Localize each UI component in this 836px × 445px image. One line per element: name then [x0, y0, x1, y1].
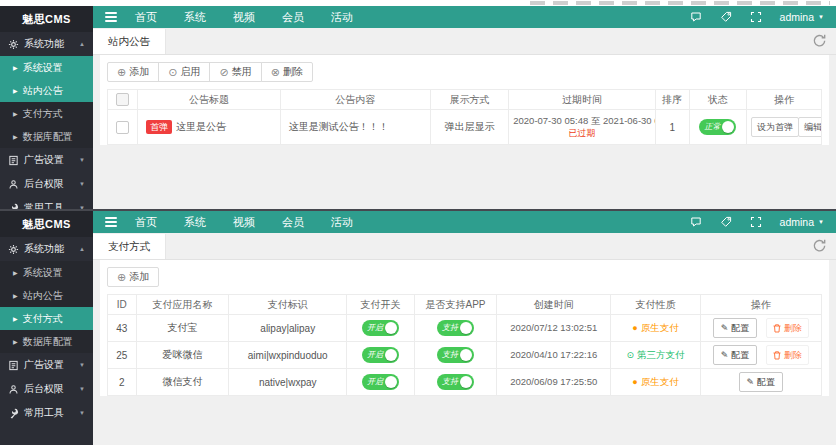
- switch-toggle[interactable]: 开启: [362, 347, 399, 363]
- fullscreen-icon[interactable]: [750, 11, 762, 23]
- config-button[interactable]: ✎配置: [713, 345, 758, 365]
- select-all-checkbox[interactable]: [116, 93, 129, 106]
- sidebar-item-database[interactable]: ▶数据库配置: [0, 125, 93, 148]
- user-dropdown[interactable]: admina ▼: [780, 11, 824, 23]
- switch-toggle[interactable]: 开启: [362, 374, 399, 390]
- payment-name: 微信支付: [136, 369, 229, 396]
- payment-id: 25: [108, 342, 137, 369]
- dot-icon: ●: [632, 378, 637, 387]
- tab-payments[interactable]: 支付方式: [93, 234, 166, 259]
- hamburger-icon[interactable]: [105, 215, 117, 229]
- hamburger-icon[interactable]: [105, 10, 117, 24]
- created-time: 2020/07/12 13:02:51: [510, 322, 597, 333]
- nav-item-member[interactable]: 会员: [282, 215, 304, 230]
- add-button[interactable]: ⊕添加: [107, 62, 159, 82]
- enable-button[interactable]: ⊙启用: [158, 62, 210, 82]
- status-toggle[interactable]: 正常: [699, 119, 736, 135]
- col-code: 支付标识: [229, 295, 347, 315]
- payment-id: 2: [108, 369, 137, 396]
- payment-nature: ●原生支付: [632, 322, 678, 335]
- sidebar-item-database[interactable]: ▶数据库配置: [0, 330, 93, 353]
- app-support-toggle[interactable]: 支持: [437, 347, 474, 363]
- set-first-button[interactable]: 设为首弹: [751, 117, 799, 137]
- message-icon[interactable]: [690, 11, 702, 23]
- sidebar-item-system-settings[interactable]: ▶系统设置: [0, 261, 93, 284]
- payments-screen: 魅思CMS 系统功能 ▲ ▶系统设置 ▶站内公告 ▶支付方式 ▶数据库配置 广告…: [0, 209, 836, 445]
- config-button[interactable]: ✎配置: [739, 372, 784, 392]
- user-icon: [8, 179, 19, 190]
- sidebar-group-permissions[interactable]: 后台权限 ▼: [0, 377, 93, 401]
- check-circle-icon: ⊙: [626, 351, 634, 360]
- nav-item-home[interactable]: 首页: [135, 10, 157, 25]
- created-time: 2020/04/10 17:22:16: [510, 349, 597, 360]
- sidebar-item-payments[interactable]: ▶支付方式: [0, 102, 93, 125]
- tag-icon[interactable]: [720, 11, 732, 23]
- sidebar-item-label: 数据库配置: [23, 130, 73, 144]
- delete-button[interactable]: ⊗删除: [261, 62, 313, 82]
- sidebar-group-label: 系统功能: [24, 37, 64, 51]
- sidebar-item-announcements[interactable]: ▶站内公告: [0, 284, 93, 307]
- button-label: 配置: [757, 376, 775, 389]
- nav-item-home[interactable]: 首页: [135, 215, 157, 230]
- caret-up-icon: ▲: [79, 246, 85, 252]
- sidebar-item-announcements[interactable]: ▶站内公告: [0, 79, 93, 102]
- sidebar-item-label: 站内公告: [23, 289, 63, 303]
- nav-item-video[interactable]: 视频: [233, 215, 255, 230]
- nav-item-system[interactable]: 系统: [184, 10, 206, 25]
- sidebar-group-system[interactable]: 系统功能 ▲: [0, 32, 93, 56]
- tag-icon[interactable]: [720, 216, 732, 228]
- toggle-knob: [385, 322, 397, 334]
- nav-item-activity[interactable]: 活动: [331, 215, 353, 230]
- table-row: 43 支付宝 alipay|alipay 开启 支持 2020/07/12 13…: [108, 315, 822, 342]
- sidebar-group-label: 后台权限: [24, 382, 64, 396]
- add-button[interactable]: ⊕添加: [107, 267, 159, 287]
- sidebar-item-payments[interactable]: ▶支付方式: [0, 307, 93, 330]
- sidebar-group-ads[interactable]: 广告设置 ▼: [0, 353, 93, 377]
- row-checkbox[interactable]: [116, 121, 129, 134]
- sidebar-group-ads[interactable]: 广告设置 ▼: [0, 148, 93, 172]
- edit-button[interactable]: 编辑: [798, 117, 822, 137]
- nav-item-member[interactable]: 会员: [282, 10, 304, 25]
- nav-item-system[interactable]: 系统: [184, 215, 206, 230]
- switch-toggle[interactable]: 开启: [362, 320, 399, 336]
- delete-row-button[interactable]: 删除: [766, 318, 809, 338]
- arrow-right-icon: ▶: [13, 269, 18, 276]
- toggle-label: 开启: [362, 324, 383, 332]
- sidebar-group-label: 广告设置: [24, 153, 64, 167]
- sidebar-group-system[interactable]: 系统功能 ▲: [0, 237, 93, 261]
- cropped-tab-remnants: [530, 1, 830, 5]
- col-name: 支付应用名称: [136, 295, 229, 315]
- caret-up-icon: ▲: [79, 41, 85, 47]
- nav-item-video[interactable]: 视频: [233, 10, 255, 25]
- sidebar-group-label: 广告设置: [24, 358, 64, 372]
- config-button[interactable]: ✎配置: [713, 318, 758, 338]
- caret-down-icon: ▼: [79, 362, 85, 368]
- app-support-toggle[interactable]: 支持: [437, 320, 474, 336]
- sidebar-item-system-settings[interactable]: ▶系统设置: [0, 56, 93, 79]
- message-icon[interactable]: [690, 216, 702, 228]
- table-row: 25 爱咪微信 aimi|wxpinduoduo 开启 支持 2020/04/1…: [108, 342, 822, 369]
- disable-button[interactable]: ⊘禁用: [209, 62, 261, 82]
- fullscreen-icon[interactable]: [750, 216, 762, 228]
- nav-item-activity[interactable]: 活动: [331, 10, 353, 25]
- pencil-icon: ✎: [721, 324, 729, 333]
- sidebar-group-permissions[interactable]: 后台权限 ▼: [0, 172, 93, 196]
- caret-down-icon: ▼: [79, 157, 85, 163]
- user-dropdown[interactable]: admina ▼: [780, 216, 824, 228]
- announcements-card: ⊕添加 ⊙启用 ⊘禁用 ⊗删除 公告标题 公告内容 展示方式: [100, 55, 829, 145]
- refresh-icon[interactable]: [812, 238, 827, 253]
- col-id: ID: [108, 295, 137, 315]
- app-support-toggle[interactable]: 支持: [437, 374, 474, 390]
- gear-icon: [8, 39, 19, 50]
- delete-row-button[interactable]: 删除: [766, 345, 809, 365]
- refresh-icon[interactable]: [812, 33, 827, 48]
- sidebar-group-tools[interactable]: 常用工具 ▼: [0, 401, 93, 425]
- sidebar-group-label: 后台权限: [24, 177, 64, 191]
- sidebar-item-label: 支付方式: [23, 312, 63, 326]
- announcement-content: 这里是测试公告！！！: [280, 110, 430, 145]
- tab-announcements[interactable]: 站内公告: [93, 29, 166, 54]
- sidebar-group-label: 常用工具: [24, 406, 64, 420]
- caret-down-icon: ▼: [818, 14, 824, 20]
- check-circle-icon: ⊙: [168, 67, 177, 78]
- caret-down-icon: ▼: [79, 386, 85, 392]
